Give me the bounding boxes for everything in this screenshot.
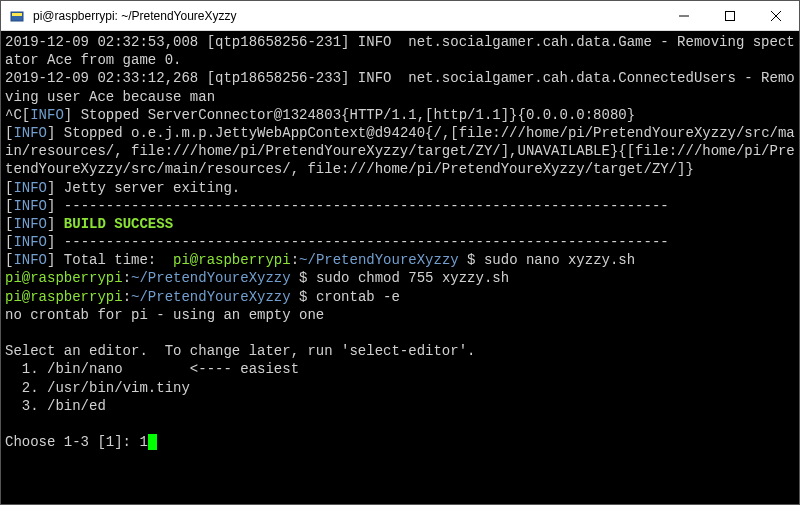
prompt-sep: : xyxy=(123,289,131,305)
putty-window: pi@raspberrypi: ~/PretendYoureXyzzy 2019… xyxy=(0,0,800,505)
ctrl-c: ^C xyxy=(5,107,22,123)
bracket: ] xyxy=(64,107,72,123)
divider: ----------------------------------------… xyxy=(55,234,668,250)
editor-option: 3. /bin/ed xyxy=(5,398,106,414)
prompt-end: $ xyxy=(291,270,316,286)
window-controls xyxy=(661,1,799,30)
log-text: Stopped o.e.j.m.p.JettyWebAppContext@d94… xyxy=(5,125,795,177)
info-tag: INFO xyxy=(13,125,47,141)
info-tag: INFO xyxy=(13,216,47,232)
svg-rect-1 xyxy=(12,13,22,16)
prompt-path: ~/PretendYoureXyzzy xyxy=(131,270,291,286)
total-time-prefix: Total time: xyxy=(55,252,173,268)
command: sudo chmod 755 xyzzy.sh xyxy=(316,270,509,286)
command: crontab -e xyxy=(316,289,400,305)
choose-prompt: Choose 1-3 [1]: xyxy=(5,434,139,450)
editor-option: 1. /bin/nano <---- easiest xyxy=(5,361,299,377)
prompt-user: pi@raspberrypi xyxy=(5,270,123,286)
maximize-button[interactable] xyxy=(707,1,753,30)
info-tag: INFO xyxy=(13,252,47,268)
no-crontab: no crontab for pi - using an empty one xyxy=(5,307,324,323)
prompt-sep: : xyxy=(291,252,299,268)
titlebar[interactable]: pi@raspberrypi: ~/PretendYoureXyzzy xyxy=(1,1,799,31)
cursor xyxy=(148,434,157,450)
command: sudo nano xyzzy.sh xyxy=(484,252,635,268)
prompt-path: ~/PretendYoureXyzzy xyxy=(131,289,291,305)
putty-icon xyxy=(9,8,25,24)
prompt-sep: : xyxy=(123,270,131,286)
prompt-path: ~/PretendYoureXyzzy xyxy=(299,252,459,268)
window-title: pi@raspberrypi: ~/PretendYoureXyzzy xyxy=(33,9,661,23)
info-tag: INFO xyxy=(13,198,47,214)
log-line: 2019-12-09 02:32:53,008 [qtp18658256-231… xyxy=(5,34,795,68)
prompt-end: $ xyxy=(459,252,484,268)
prompt-user: pi@raspberrypi xyxy=(5,289,123,305)
bracket: ] xyxy=(47,216,55,232)
minimize-button[interactable] xyxy=(661,1,707,30)
close-button[interactable] xyxy=(753,1,799,30)
editor-option: 2. /usr/bin/vim.tiny xyxy=(5,380,190,396)
select-editor-text: Select an editor. To change later, run '… xyxy=(5,343,475,359)
log-text: Stopped ServerConnector@1324803{HTTP/1.1… xyxy=(72,107,635,123)
prompt-end: $ xyxy=(291,289,316,305)
bracket: [ xyxy=(22,107,30,123)
info-tag: INFO xyxy=(13,234,47,250)
info-tag: INFO xyxy=(30,107,64,123)
choose-input[interactable]: 1 xyxy=(139,434,147,450)
info-tag: INFO xyxy=(13,180,47,196)
terminal-body[interactable]: 2019-12-09 02:32:53,008 [qtp18658256-231… xyxy=(1,31,799,504)
svg-rect-3 xyxy=(726,11,735,20)
build-success: BUILD SUCCESS xyxy=(64,216,173,232)
log-text: Jetty server exiting. xyxy=(55,180,240,196)
divider: ----------------------------------------… xyxy=(55,198,668,214)
log-line: 2019-12-09 02:33:12,268 [qtp18658256-233… xyxy=(5,70,795,104)
prompt-user: pi@raspberrypi xyxy=(173,252,291,268)
